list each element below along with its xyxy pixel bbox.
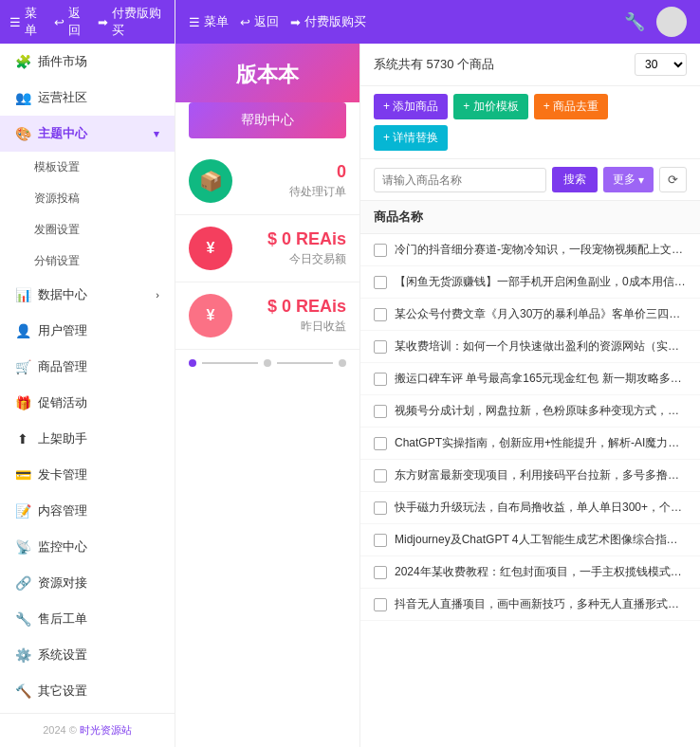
- right-menu-button[interactable]: ☰ 菜单: [189, 13, 229, 30]
- sidebar-item-content[interactable]: 📝 内容管理: [0, 493, 175, 529]
- footer: 2024 © 时光资源站: [0, 713, 175, 747]
- today-info: $ 0 REAis 今日交易额: [244, 229, 346, 267]
- sidebar-item-plugins[interactable]: 🧩 插件市场: [0, 44, 175, 80]
- list-item[interactable]: 某公众号付费文章《月入30万的暴利单品》客单价三四千...: [360, 299, 700, 331]
- list-item[interactable]: 某收费培训：如何一个月快速做出盈利的资源网站（实打...: [360, 331, 700, 363]
- add-product-button[interactable]: + 添加商品: [374, 94, 448, 119]
- list-item[interactable]: Midjourney及ChatGPT 4人工智能生成艺术图像综合指南...: [360, 524, 700, 556]
- more-button[interactable]: 更多 ▾: [603, 167, 654, 192]
- right-paid-icon: ➡: [290, 15, 301, 29]
- product-checkbox-0[interactable]: [374, 244, 387, 257]
- plugins-icon: 🧩: [15, 54, 30, 69]
- sidebar-item-promotion[interactable]: 🎁 促销活动: [0, 385, 175, 421]
- list-header-bar: 系统共有 5730 个商品 30 50 100: [360, 44, 700, 86]
- right-back-button[interactable]: ↩ 返回: [240, 13, 279, 30]
- right-body: 版本本 帮助中心 📦 0 待处理订单 ¥ $ 0 REAis 今日交易额: [175, 44, 700, 747]
- sidebar-item-products[interactable]: 🛒 商品管理: [0, 349, 175, 385]
- sidebar-item-theme[interactable]: 🎨 主题中心 ▾: [0, 116, 175, 152]
- sidebar-item-users[interactable]: 👤 用户管理: [0, 313, 175, 349]
- sidebar-item-resource-connect[interactable]: 🔗 资源对接: [0, 565, 175, 601]
- wrench-icon: 🔧: [15, 611, 30, 627]
- list-panel: 系统共有 5730 个商品 30 50 100 + 添加商品 + 加价模板 + …: [360, 44, 700, 747]
- search-input[interactable]: [374, 168, 546, 192]
- community-icon: 👥: [15, 90, 30, 105]
- menu-button[interactable]: ☰ 菜单: [9, 5, 45, 39]
- list-item[interactable]: ChatGPT实操指南，创新应用+性能提升，解析-AI魔力，...: [360, 428, 700, 460]
- right-back-icon: ↩: [240, 15, 250, 29]
- product-name-1: 【闲鱼无货源赚钱】一部手机开启闲鱼副业，0成本用信息...: [395, 274, 687, 290]
- product-name-5: 视频号分成计划，网盘拉新，色粉原味多种变现方式，两...: [395, 403, 687, 419]
- gear-icon: ⚙️: [15, 647, 30, 663]
- product-checkbox-7[interactable]: [374, 469, 387, 483]
- orders-value: 0: [244, 162, 346, 182]
- back-button[interactable]: ↩ 返回: [54, 5, 88, 39]
- refresh-button[interactable]: ⟳: [659, 167, 687, 192]
- search-button[interactable]: 搜索: [552, 167, 598, 192]
- list-item[interactable]: 视频号分成计划，网盘拉新，色粉原味多种变现方式，两...: [360, 395, 700, 428]
- deduplicate-button[interactable]: + 商品去重: [534, 94, 608, 119]
- list-item[interactable]: 【闲鱼无货源赚钱】一部手机开启闲鱼副业，0成本用信息...: [360, 266, 700, 299]
- list-item[interactable]: 抖音无人直播项目，画中画新技巧，多种无人直播形式，...: [360, 589, 700, 621]
- yesterday-icon: ¥: [189, 294, 232, 337]
- sidebar-item-monitor[interactable]: 📡 监控中心: [0, 529, 175, 565]
- sidebar-sub-item-template[interactable]: 模板设置: [0, 152, 175, 183]
- user-icon: 👤: [15, 323, 30, 338]
- slider-dot-3: [339, 359, 346, 367]
- paid-button[interactable]: ➡ 付费版购买: [98, 5, 165, 39]
- product-checkbox-5[interactable]: [374, 405, 387, 418]
- product-name-8: 快手磁力升级玩法，自布局撸收益，单人单日300+，个人...: [395, 500, 687, 516]
- card-panel: 版本本 帮助中心 📦 0 待处理订单 ¥ $ 0 REAis 今日交易额: [175, 44, 360, 747]
- paid-icon: ➡: [98, 15, 108, 29]
- content-icon: 📝: [15, 503, 30, 519]
- product-checkbox-9[interactable]: [374, 534, 387, 547]
- today-icon: ¥: [189, 227, 232, 270]
- product-checkbox-3[interactable]: [374, 340, 387, 354]
- product-checkbox-11[interactable]: [374, 598, 387, 611]
- detail-replace-button[interactable]: + 详情替换: [374, 125, 448, 151]
- sidebar-item-card[interactable]: 💳 发卡管理: [0, 457, 175, 493]
- sidebar-sub-item-distribution[interactable]: 分销设置: [0, 246, 175, 277]
- list-item[interactable]: 东方财富最新变现项目，利用接码平台拉新，多号多撸，...: [360, 460, 700, 492]
- product-name-11: 抖音无人直播项目，画中画新技巧，多种无人直播形式，...: [395, 596, 687, 612]
- orders-info: 0 待处理订单: [244, 162, 346, 200]
- right-header: ☰ 菜单 ↩ 返回 ➡ 付费版购买 🔧: [175, 0, 700, 44]
- avatar: [656, 7, 687, 37]
- dropdown-icon: ▾: [638, 173, 644, 187]
- stat-card-today: ¥ $ 0 REAis 今日交易额: [175, 215, 359, 282]
- slider-dot-1: [189, 359, 196, 367]
- sidebar-item-other[interactable]: 🔨 其它设置: [0, 673, 175, 709]
- sidebar-item-settings[interactable]: ⚙️ 系统设置: [0, 637, 175, 673]
- left-header: ☰ 菜单 ↩ 返回 ➡ 付费版购买: [0, 0, 175, 44]
- sidebar-sub-item-circle[interactable]: 发圈设置: [0, 214, 175, 246]
- sidebar-item-community[interactable]: 👥 运营社区: [0, 80, 175, 116]
- product-name-10: 2024年某收费教程：红包封面项目，一手主权揽钱模式！...: [395, 564, 687, 580]
- sidebar-sub-item-resource[interactable]: 资源投稿: [0, 183, 175, 214]
- slider-track: [175, 350, 359, 380]
- right-paid-button[interactable]: ➡ 付费版购买: [290, 13, 366, 30]
- gift-icon: 🎁: [15, 395, 30, 410]
- page-size-select[interactable]: 30 50 100: [635, 53, 687, 76]
- list-item[interactable]: 搬运口碑车评 单号最高拿165元现金红包 新一期攻略多号...: [360, 363, 700, 395]
- list-item[interactable]: 冷门的抖音细分赛道-宠物冷知识，一段宠物视频配上文案...: [360, 234, 700, 266]
- product-checkbox-6[interactable]: [374, 437, 387, 450]
- help-center-button[interactable]: 帮助中心: [189, 102, 346, 138]
- action-bar: + 添加商品 + 加价模板 + 商品去重 + 详情替换: [360, 86, 700, 159]
- list-item[interactable]: 2024年某收费教程：红包封面项目，一手主权揽钱模式！...: [360, 556, 700, 589]
- theme-icon: 🎨: [15, 126, 30, 141]
- sidebar-item-aftersale[interactable]: 🔧 售后工单: [0, 601, 175, 637]
- product-checkbox-1[interactable]: [374, 276, 387, 289]
- product-list-header: 商品名称: [360, 201, 700, 234]
- product-checkbox-8[interactable]: [374, 501, 387, 515]
- monitor-icon: 📡: [15, 539, 30, 555]
- chevron-right-icon: ›: [156, 289, 159, 301]
- product-checkbox-4[interactable]: [374, 373, 387, 386]
- stat-card-yesterday: ¥ $ 0 REAis 昨日收益: [175, 282, 359, 350]
- price-template-button[interactable]: + 加价模板: [453, 94, 527, 119]
- product-checkbox-10[interactable]: [374, 566, 387, 579]
- list-item[interactable]: 快手磁力升级玩法，自布局撸收益，单人单日300+，个人...: [360, 492, 700, 524]
- product-checkbox-2[interactable]: [374, 308, 387, 321]
- footer-link[interactable]: 时光资源站: [80, 724, 132, 736]
- orders-icon: 📦: [189, 159, 232, 203]
- sidebar-item-listing[interactable]: ⬆ 上架助手: [0, 421, 175, 457]
- sidebar-item-data[interactable]: 📊 数据中心 ›: [0, 277, 175, 313]
